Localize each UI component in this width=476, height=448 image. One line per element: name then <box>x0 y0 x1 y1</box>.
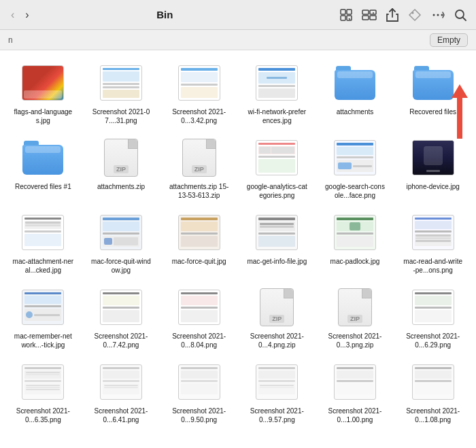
list-item[interactable]: Screenshot 2021-0...6.41.png <box>84 356 159 427</box>
file-name: Screenshot 2021-0...6.41.png <box>90 407 152 424</box>
file-name: Screenshot 2021-0...6.35.png <box>12 407 73 424</box>
svg-point-9 <box>433 14 435 16</box>
svg-rect-1 <box>347 10 352 14</box>
window-title: Bin <box>0 9 333 20</box>
list-item[interactable]: Screenshot 2021-0...3.42.png <box>161 57 237 128</box>
svg-point-8 <box>412 12 414 14</box>
svg-rect-2 <box>341 16 345 20</box>
file-name: flags-and-languages.jpg <box>12 107 73 125</box>
breadcrumb-path: n <box>8 35 13 45</box>
file-name: attachments.zip 15-13-53-613.zip <box>169 182 230 200</box>
file-name: Screenshot 2021-0...3.42.png <box>169 107 230 125</box>
file-name: mac-force-quit.jpg <box>172 257 226 266</box>
more-button[interactable] <box>430 7 446 23</box>
list-item[interactable]: Screenshot 2021-0...9.57.png <box>239 356 315 427</box>
share-button[interactable] <box>385 7 400 23</box>
search-button[interactable] <box>453 7 468 22</box>
list-item[interactable]: ZIP attachments.zip 15-13-53-613.zip <box>161 132 237 203</box>
list-item[interactable]: mac-get-info-file.jpg <box>239 207 315 277</box>
file-name: mac-force-quit-window.jpg <box>90 257 152 275</box>
svg-line-13 <box>463 18 466 20</box>
svg-point-11 <box>441 14 443 16</box>
file-name: attachments <box>337 107 373 116</box>
files-grid: flags-and-languages.jpg Screenshot 2021-… <box>5 57 471 427</box>
file-name: mac-get-info-file.jpg <box>247 257 307 266</box>
list-item[interactable]: mac-attachment-neral...cked.jpg <box>5 207 81 277</box>
list-item[interactable]: Recovered files #1 <box>5 132 81 203</box>
file-name: Screenshot 2021-0...4.png.zip <box>246 332 307 349</box>
arrow-shaft-shape <box>457 98 462 139</box>
list-item[interactable]: attachments <box>318 57 393 128</box>
svg-point-12 <box>456 10 464 18</box>
file-name: google-search-console...face.png <box>324 182 386 200</box>
list-item[interactable]: wi-fi-network-preferences.jpg <box>239 57 315 128</box>
list-item[interactable]: mac-force-quit.jpg <box>161 207 237 277</box>
list-item[interactable]: mac-force-quit-window.jpg <box>84 207 159 277</box>
toolbar-icons <box>339 7 468 23</box>
list-item[interactable]: ZIP attachments.zip <box>84 132 159 203</box>
list-item[interactable]: google-search-console...face.png <box>318 132 393 203</box>
content-area: flags-and-languages.jpg Screenshot 2021-… <box>0 50 476 448</box>
list-item[interactable]: mac-remember-network...-tick.jpg <box>5 281 81 352</box>
list-item[interactable]: iphone-device.jpg <box>395 132 471 203</box>
file-name: Screenshot 2021-0...1.08.png <box>403 407 464 424</box>
file-name: Screenshot 2021-0...1.00.png <box>324 407 386 424</box>
file-name: wi-fi-network-preferences.jpg <box>246 107 307 125</box>
list-item[interactable]: Screenshot 2021-0...7.42.png <box>84 281 159 352</box>
list-item[interactable]: Screenshot 2021-07....31.png <box>84 57 159 128</box>
titlebar: ‹ › Bin <box>0 0 476 30</box>
file-name: Screenshot 2021-0...6.29.png <box>403 332 464 349</box>
file-name: Recovered files <box>409 107 456 116</box>
list-item[interactable]: flags-and-languages.jpg <box>5 57 81 128</box>
svg-rect-5 <box>362 16 369 20</box>
file-name: iphone-device.jpg <box>406 182 459 191</box>
list-item[interactable]: Screenshot 2021-0...1.08.png <box>395 356 471 427</box>
svg-rect-4 <box>362 10 369 14</box>
file-name: mac-attachment-neral...cked.jpg <box>12 257 73 275</box>
file-name: mac-padlock.jpg <box>330 257 380 266</box>
file-name: Screenshot 2021-0...9.50.png <box>169 407 230 424</box>
svg-rect-0 <box>341 10 345 14</box>
list-item[interactable]: Screenshot 2021-0...9.50.png <box>161 356 237 427</box>
file-name: attachments.zip <box>97 182 145 191</box>
list-item[interactable]: Screenshot 2021-0...6.35.png <box>5 356 81 427</box>
file-name: mac-remember-network...-tick.jpg <box>12 332 73 349</box>
arrow-up-shape <box>452 84 468 98</box>
svg-rect-7 <box>370 16 376 20</box>
arrow-indicator <box>452 84 468 139</box>
list-item[interactable]: google-analytics-categories.png <box>239 132 315 203</box>
file-name: Screenshot 2021-0...9.57.png <box>246 407 307 424</box>
list-item[interactable]: Screenshot 2021-0...1.00.png <box>318 356 393 427</box>
svg-point-10 <box>437 14 439 16</box>
file-name: Screenshot 2021-0...8.04.png <box>169 332 230 349</box>
list-item[interactable]: Screenshot 2021-0...6.29.png <box>395 281 471 352</box>
list-item[interactable]: mac-read-and-write-pe...ons.png <box>395 207 471 277</box>
file-name: Screenshot 2021-0...3.png.zip <box>324 332 386 349</box>
empty-button[interactable]: Empty <box>430 33 468 47</box>
view-grid-button[interactable] <box>339 7 354 22</box>
list-item[interactable]: ZIP Screenshot 2021-0...3.png.zip <box>318 281 393 352</box>
file-name: Screenshot 2021-07....31.png <box>90 107 152 125</box>
file-name: Screenshot 2021-0...7.42.png <box>90 332 152 349</box>
svg-rect-6 <box>370 10 376 14</box>
file-name: mac-read-and-write-pe...ons.png <box>403 257 464 275</box>
list-item[interactable]: mac-padlock.jpg <box>318 207 393 277</box>
breadcrumb-bar: n Empty <box>0 30 476 50</box>
file-name: Recovered files #1 <box>15 182 71 191</box>
file-name: google-analytics-categories.png <box>246 182 307 200</box>
tag-button[interactable] <box>407 7 423 23</box>
list-item[interactable]: Screenshot 2021-0...8.04.png <box>161 281 237 352</box>
view-options-button[interactable] <box>360 8 378 22</box>
list-item[interactable]: ZIP Screenshot 2021-0...4.png.zip <box>239 281 315 352</box>
